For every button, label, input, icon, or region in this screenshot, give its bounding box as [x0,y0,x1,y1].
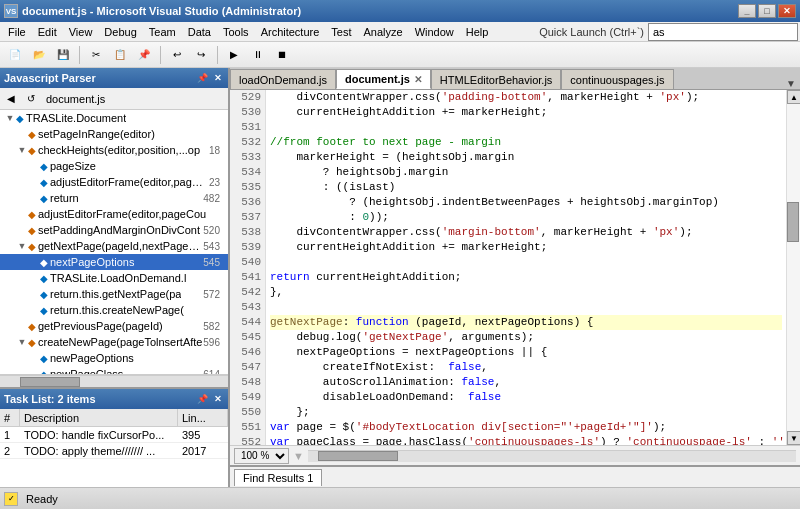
tree-expand-8[interactable]: ▼ [16,238,28,254]
menu-analyze[interactable]: Analyze [358,24,409,40]
tab-document-close[interactable]: ✕ [414,74,422,85]
main-toolbar: 📄 📂 💾 ✂ 📋 📌 ↩ ↪ ▶ ⏸ ⏹ [0,42,800,68]
code-editor[interactable]: divContentWrapper.css('padding-bottom', … [266,90,786,445]
scrollbar-down-btn[interactable]: ▼ [787,431,800,445]
tree-expand-0[interactable]: ▼ [4,110,16,126]
tree-item-6[interactable]: ◆ adjustEditorFrame(editor,pageCou [0,206,228,222]
menu-tools[interactable]: Tools [217,24,255,40]
tree-item-1[interactable]: ◆ setPageInRange(editor) [0,126,228,142]
task-panel-icons[interactable]: 📌 ✕ [195,394,224,404]
scrollbar-thumb[interactable] [787,202,799,242]
tree-item-0[interactable]: ▼ ◆ TRASLite.Document [0,110,228,126]
menu-debug[interactable]: Debug [98,24,142,40]
minimize-button[interactable]: _ [738,4,756,18]
maximize-button[interactable]: □ [758,4,776,18]
window-title: document.js - Microsoft Visual Studio (A… [22,5,301,17]
tree-item-3[interactable]: ◆ pageSize [0,158,228,174]
toolbar-save[interactable]: 💾 [52,45,74,65]
menu-test[interactable]: Test [325,24,357,40]
code-line-552: var pageClass = page.hasClass('continuou… [270,435,782,445]
js-parser-title: Javascript Parser [4,72,96,84]
tree-item-10[interactable]: ◆ TRASLite.LoadOnDemand.l [0,270,228,286]
tree-label-1: setPageInRange(editor) [38,128,155,140]
tree-expand-14[interactable]: ▼ [16,334,28,350]
editor-vscrollbar[interactable]: ▲ ▼ [786,90,800,445]
task-panel-pin[interactable]: 📌 [195,394,210,404]
panel-back-btn[interactable]: ◀ [2,90,20,108]
tree-item-16[interactable]: ◆ newPageClass 614 [0,366,228,375]
tab-document[interactable]: document.js ✕ [336,69,431,89]
task-row-1[interactable]: 1 TODO: handle fixCursorPo... 395 [0,427,228,443]
toolbar-undo[interactable]: ↩ [166,45,188,65]
panel-pin-icon[interactable]: 📌 [195,73,210,83]
tree-item-9[interactable]: ◆ nextPageOptions 545 [0,254,228,270]
tree-item-2[interactable]: ▼ ◆ checkHeights(editor,position,...op 1… [0,142,228,158]
menu-team[interactable]: Team [143,24,182,40]
task-list-header: # Description Lin... [0,409,228,427]
toolbar-start[interactable]: ▶ [223,45,245,65]
menu-view[interactable]: View [63,24,99,40]
zoom-select[interactable]: 100 % 75 % 125 % 150 % [234,448,289,464]
quick-launch-box[interactable]: Quick Launch (Ctrl+`) [539,23,798,41]
window-controls[interactable]: _ □ ✕ [738,4,796,18]
editor-hscroll-thumb[interactable] [318,451,398,461]
tree-item-15[interactable]: ◆ newPageOptions [0,350,228,366]
tree-hscrollbar[interactable] [0,375,228,387]
menu-architecture[interactable]: Architecture [255,24,326,40]
tree-item-13[interactable]: ◆ getPreviousPage(pageId) 582 [0,318,228,334]
code-line-549: disableLoadOnDemand: false [270,390,782,405]
toolbar-cut[interactable]: ✂ [85,45,107,65]
toolbar-pause[interactable]: ⏸ [247,45,269,65]
panel-close-icon[interactable]: ✕ [212,73,224,83]
menu-file[interactable]: File [2,24,32,40]
tree-expand-2[interactable]: ▼ [16,142,28,158]
panel-title-icons[interactable]: 📌 ✕ [195,73,224,83]
tree-item-7[interactable]: ◆ setPaddingAndMarginOnDivCont 520 [0,222,228,238]
task-list-title: Task List: 2 items [4,393,96,405]
task-row-2[interactable]: 2 TODO: apply theme/////// ... 2017 [0,443,228,459]
tree-item-8[interactable]: ▼ ◆ getNextPage(pageId,nextPageOpt 543 [0,238,228,254]
js-parser-tree[interactable]: ▼ ◆ TRASLite.Document ◆ setPageInRange(e… [0,110,228,375]
menu-bar: File Edit View Debug Team Data Tools Arc… [0,22,800,42]
toolbar-stop[interactable]: ⏹ [271,45,293,65]
tree-expand-7 [16,222,28,238]
code-line-535: : ((isLast) [270,180,782,195]
tree-expand-13 [16,318,28,334]
scrollbar-track[interactable] [787,104,800,431]
tree-item-11[interactable]: ◆ return.this.getNextPage(pa 572 [0,286,228,302]
main-layout: Javascript Parser 📌 ✕ ◀ ↺ document.js ▼ … [0,68,800,487]
tab-loadondemand[interactable]: loadOnDemand.js [230,69,336,89]
tree-icon-3: ◆ [40,161,48,172]
tab-scroll-arrow[interactable]: ▼ [782,78,800,89]
editor-area: 529 530 531 532 533 534 535 536 537 538 … [230,90,800,445]
tree-icon-10: ◆ [40,273,48,284]
toolbar-new[interactable]: 📄 [4,45,26,65]
toolbar-redo[interactable]: ↪ [190,45,212,65]
tree-label-16: newPageClass [50,368,123,375]
task-col-desc: Description [20,409,178,426]
panel-refresh-btn[interactable]: ↺ [22,90,40,108]
scrollbar-up-btn[interactable]: ▲ [787,90,800,104]
tree-item-4[interactable]: ◆ adjustEditorFrame(editor,pageCou 23 [0,174,228,190]
find-results-tab[interactable]: Find Results 1 [234,469,322,486]
editor-hscrollbar[interactable] [308,450,796,462]
quick-launch-input[interactable] [648,23,798,41]
task-panel-close[interactable]: ✕ [212,394,224,404]
toolbar-open[interactable]: 📂 [28,45,50,65]
tree-hscroll-thumb[interactable] [20,377,80,387]
tree-item-5[interactable]: ◆ return 482 [0,190,228,206]
menu-window[interactable]: Window [409,24,460,40]
tab-continuouspages[interactable]: continuouspages.js [561,69,673,89]
code-line-545: debug.log('getNextPage', arguments); [270,330,782,345]
close-button[interactable]: ✕ [778,4,796,18]
tree-item-12[interactable]: ◆ return.this.createNewPage( [0,302,228,318]
menu-edit[interactable]: Edit [32,24,63,40]
task-list-area[interactable]: 1 TODO: handle fixCursorPo... 395 2 TODO… [0,427,228,487]
tree-item-14[interactable]: ▼ ◆ createNewPage(pageTolnsertAfte 596 [0,334,228,350]
toolbar-paste[interactable]: 📌 [133,45,155,65]
menu-data[interactable]: Data [182,24,217,40]
tab-htmleditor[interactable]: HTMLEditorBehavior.js [431,69,562,89]
menu-help[interactable]: Help [460,24,495,40]
status-text: Ready [26,493,58,505]
toolbar-copy[interactable]: 📋 [109,45,131,65]
